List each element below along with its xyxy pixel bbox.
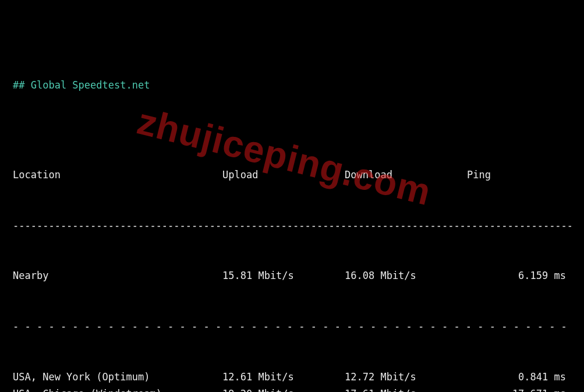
divider: ----------------------------------------… — [13, 217, 571, 234]
header-upload: Upload — [222, 167, 345, 183]
title-hash: ## — [13, 79, 31, 91]
nearby-label: Nearby — [13, 267, 222, 284]
divider: - - - - - - - - - - - - - - - - - - - - … — [13, 318, 571, 335]
header-ping: Ping — [467, 167, 566, 183]
nearby-download: 16.08 Mbit/s — [345, 267, 467, 284]
cell-location: USA, New York (Optimum) — [13, 369, 222, 386]
cell-upload: 19.20 Mbit/s — [222, 386, 345, 392]
cell-upload: 12.61 Mbit/s — [222, 369, 345, 386]
table-header-row: Location Upload Download Ping — [13, 167, 571, 183]
cell-ping: 0.841 ms — [467, 369, 566, 386]
nearby-upload: 15.81 Mbit/s — [222, 267, 345, 284]
cell-ping: 17.671 ms — [467, 386, 566, 392]
cell-download: 12.72 Mbit/s — [345, 369, 467, 386]
nearby-ping: 6.159 ms — [467, 267, 566, 284]
nearby-row: Nearby 15.81 Mbit/s 16.08 Mbit/s 6.159 m… — [13, 267, 571, 284]
cell-location: USA, Chicago (Windstream) — [13, 386, 222, 392]
table-row: USA, New York (Optimum)12.61 Mbit/s12.72… — [13, 369, 571, 386]
table-row: USA, Chicago (Windstream)19.20 Mbit/s17.… — [13, 386, 571, 392]
title-text: Global Speedtest.net — [31, 79, 150, 91]
table-body: USA, New York (Optimum)12.61 Mbit/s12.72… — [13, 369, 571, 392]
cell-download: 17.61 Mbit/s — [345, 386, 467, 392]
section-title: ## Global Speedtest.net — [13, 77, 571, 94]
speedtest-table: Location Upload Download Ping ----------… — [13, 133, 571, 392]
header-location: Location — [13, 167, 222, 183]
header-download: Download — [345, 167, 467, 183]
